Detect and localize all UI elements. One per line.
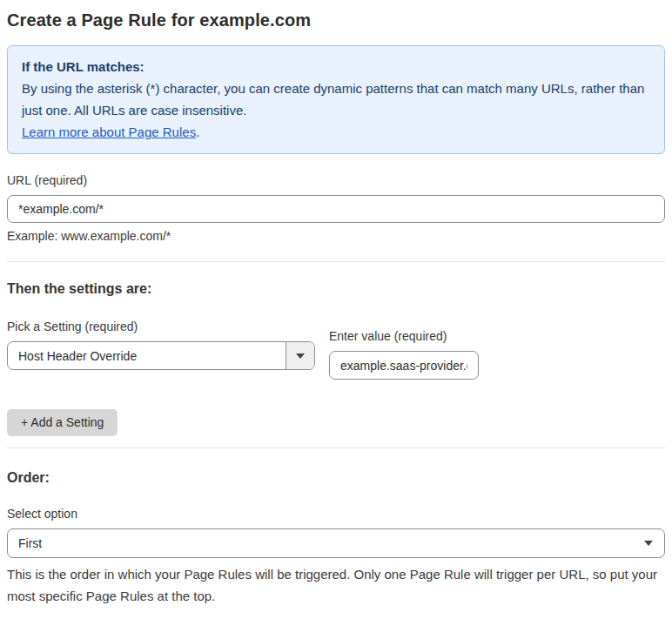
- chevron-down-icon: [644, 541, 653, 546]
- url-match-info-box: If the URL matches: By using the asteris…: [7, 45, 665, 154]
- link-period: .: [196, 124, 199, 139]
- url-input[interactable]: [7, 195, 665, 223]
- page-title: Create a Page Rule for example.com: [7, 9, 665, 32]
- setting-value-group: Enter value (required): [329, 329, 479, 380]
- setting-select-label: Pick a Setting (required): [7, 320, 315, 334]
- url-example-text: Example: www.example.com/*: [7, 229, 665, 243]
- setting-value-input[interactable]: [329, 351, 479, 380]
- order-help-text: This is the order in which your Page Rul…: [7, 563, 665, 607]
- info-box-heading: If the URL matches:: [22, 56, 650, 77]
- order-select-value: First: [8, 536, 644, 550]
- setting-select-group: Pick a Setting (required) Host Header Ov…: [7, 320, 315, 380]
- chevron-down-icon: [296, 353, 305, 359]
- value-label: Enter value (required): [329, 329, 479, 344]
- add-setting-button[interactable]: + Add a Setting: [7, 409, 118, 436]
- divider: [7, 261, 665, 262]
- setting-select[interactable]: Host Header Override: [7, 341, 315, 370]
- info-box-link-row: Learn more about Page Rules.: [22, 121, 650, 143]
- info-box-body: By using the asterisk (*) character, you…: [22, 77, 650, 121]
- divider: [7, 447, 665, 448]
- order-heading: Order:: [7, 469, 665, 486]
- order-select-label: Select option: [7, 507, 665, 521]
- learn-more-link[interactable]: Learn more about Page Rules: [22, 124, 196, 139]
- order-select[interactable]: First: [7, 528, 665, 558]
- url-label: URL (required): [7, 173, 665, 188]
- setting-select-value: Host Header Override: [8, 349, 286, 363]
- settings-row: Pick a Setting (required) Host Header Ov…: [7, 320, 665, 380]
- setting-select-dropdown-button[interactable]: [286, 342, 314, 369]
- settings-heading: Then the settings are:: [7, 280, 665, 297]
